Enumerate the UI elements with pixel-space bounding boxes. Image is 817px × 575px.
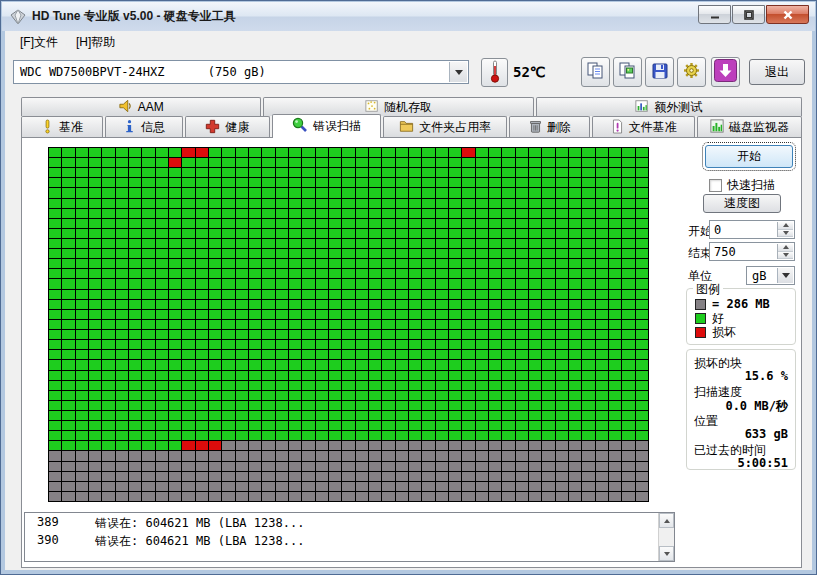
scan-block bbox=[289, 421, 301, 430]
error-list-row[interactable]: 390错误在: 604621 MB (LBA 1238... bbox=[37, 533, 674, 549]
start-position-input[interactable]: 0 bbox=[709, 220, 795, 239]
minimize-button[interactable] bbox=[698, 5, 731, 24]
scan-block bbox=[622, 310, 634, 319]
scan-block bbox=[62, 391, 74, 400]
end-position-input[interactable]: 750 bbox=[709, 242, 795, 261]
scan-block bbox=[262, 199, 274, 208]
scan-block bbox=[142, 441, 154, 450]
drive-selector[interactable]: WDC WD7500BPVT-24HXZ (750 gB) bbox=[13, 60, 469, 84]
scan-block bbox=[142, 472, 154, 481]
scan-block bbox=[116, 411, 128, 420]
scan-block bbox=[276, 431, 288, 440]
scan-block bbox=[49, 462, 61, 471]
tab-secondary-3[interactable]: 额外测试 bbox=[536, 97, 802, 116]
temperature-button[interactable] bbox=[481, 58, 508, 87]
unit-dropdown-button[interactable] bbox=[777, 268, 793, 283]
tab-3[interactable]: 健康 bbox=[185, 116, 270, 138]
scan-block bbox=[289, 451, 301, 460]
end-position-spinner[interactable] bbox=[777, 244, 793, 259]
scan-block bbox=[636, 188, 648, 197]
scan-block-grid bbox=[48, 147, 649, 502]
tab-4[interactable]: 错误扫描 bbox=[272, 114, 381, 138]
start-scan-button[interactable]: 开始 bbox=[705, 145, 793, 168]
scan-block bbox=[102, 451, 114, 460]
scan-block bbox=[169, 209, 181, 218]
drive-selector-dropdown-button[interactable] bbox=[449, 62, 467, 82]
tab-secondary-1[interactable]: AAM bbox=[21, 97, 261, 116]
tab-row-secondary: AAM随机存取额外测试 bbox=[21, 97, 802, 116]
scan-block bbox=[342, 219, 354, 228]
save-button[interactable] bbox=[645, 57, 674, 87]
unit-selector[interactable]: gB bbox=[746, 266, 795, 285]
scan-block bbox=[169, 158, 181, 167]
scan-block bbox=[182, 441, 194, 450]
tab-1[interactable]: 基准 bbox=[21, 116, 103, 138]
scan-block bbox=[129, 269, 141, 278]
scan-block bbox=[569, 188, 581, 197]
scan-block bbox=[382, 360, 394, 369]
scan-block bbox=[289, 199, 301, 208]
scan-block bbox=[276, 401, 288, 410]
copy-text-button[interactable] bbox=[581, 57, 610, 87]
scan-block bbox=[582, 239, 594, 248]
error-list-row[interactable]: 389错误在: 604621 MB (LBA 1238... bbox=[37, 515, 674, 531]
start-position-spinner[interactable] bbox=[777, 222, 793, 237]
scan-block bbox=[422, 279, 434, 288]
close-button[interactable] bbox=[766, 5, 809, 24]
scan-block bbox=[409, 239, 421, 248]
error-list-scrollbar[interactable] bbox=[658, 513, 674, 561]
scan-block bbox=[382, 350, 394, 359]
scan-block bbox=[422, 451, 434, 460]
scan-block bbox=[89, 492, 101, 501]
menu-file[interactable]: [F]文件 bbox=[11, 31, 67, 54]
scan-block bbox=[409, 148, 421, 157]
scan-block bbox=[382, 229, 394, 238]
scan-block bbox=[276, 259, 288, 268]
speed-map-button[interactable]: 速度图 bbox=[703, 194, 781, 213]
scan-block bbox=[502, 148, 514, 157]
scan-block bbox=[76, 482, 88, 491]
scan-block bbox=[302, 320, 314, 329]
scan-block bbox=[489, 381, 501, 390]
scan-block bbox=[449, 148, 461, 157]
scan-block bbox=[476, 441, 488, 450]
scan-block bbox=[449, 290, 461, 299]
tab-2[interactable]: 信息 bbox=[105, 116, 183, 138]
scan-block bbox=[396, 300, 408, 309]
scan-block bbox=[262, 472, 274, 481]
stat-label: 已过去的时间 bbox=[694, 442, 791, 456]
scan-block bbox=[102, 340, 114, 349]
scan-block bbox=[529, 199, 541, 208]
scan-block bbox=[422, 462, 434, 471]
tab-5[interactable]: 文件夹占用率 bbox=[383, 116, 507, 138]
scan-block bbox=[182, 259, 194, 268]
copy-image-button[interactable] bbox=[613, 57, 642, 87]
maximize-button[interactable] bbox=[732, 5, 765, 24]
scan-block bbox=[636, 148, 648, 157]
scan-block bbox=[356, 259, 368, 268]
tab-6[interactable]: 删除 bbox=[509, 116, 590, 138]
menu-help[interactable]: [H]帮助 bbox=[67, 31, 124, 54]
exit-button[interactable]: 退出 bbox=[749, 59, 805, 85]
options-button[interactable] bbox=[677, 57, 706, 87]
update-button[interactable] bbox=[711, 57, 740, 87]
scan-block bbox=[636, 391, 648, 400]
scroll-up-button[interactable] bbox=[659, 513, 674, 528]
scan-block bbox=[409, 158, 421, 167]
scan-block bbox=[436, 269, 448, 278]
scan-block bbox=[289, 472, 301, 481]
quick-scan-checkbox[interactable] bbox=[709, 179, 722, 192]
scan-block bbox=[356, 482, 368, 491]
tab-7[interactable]: 文件基准 bbox=[592, 116, 695, 138]
scan-block bbox=[249, 381, 261, 390]
scan-block bbox=[529, 441, 541, 450]
scan-block bbox=[289, 320, 301, 329]
scan-block bbox=[276, 249, 288, 258]
scan-block bbox=[356, 371, 368, 380]
quick-scan-label: 快速扫描 bbox=[727, 177, 775, 194]
scroll-down-button[interactable] bbox=[659, 546, 674, 561]
scan-block bbox=[529, 391, 541, 400]
tab-8[interactable]: 磁盘监视器 bbox=[697, 116, 802, 138]
scan-block bbox=[609, 209, 621, 218]
scan-block bbox=[116, 239, 128, 248]
